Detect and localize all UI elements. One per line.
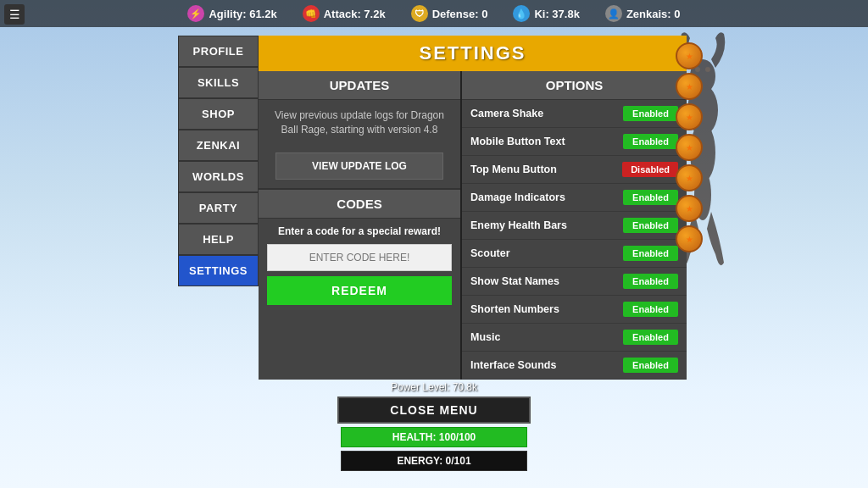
codes-section: CODES Enter a code for a special reward!… — [259, 190, 460, 312]
sidebar: PROFILE SKILLS SHOP ZENKAI WORLDS PARTY … — [178, 36, 259, 380]
bottom-area: Power Level: 70.8k CLOSE MENU HEALTH: 10… — [0, 381, 868, 471]
option-badge-enemy-health-bars[interactable]: Enabled — [623, 218, 678, 233]
option-label-interface-sounds: Interface Sounds — [470, 359, 556, 371]
option-enemy-health-bars: Enemy Health Bars Enabled — [462, 212, 687, 240]
option-label-damage-indicators: Damage Indicators — [470, 191, 565, 203]
option-damage-indicators: Damage Indicators Enabled — [462, 184, 687, 212]
codes-title: CODES — [259, 190, 460, 219]
power-level-text: Power Level: 70.8k — [391, 381, 477, 393]
option-badge-shorten-numbers[interactable]: Enabled — [623, 302, 678, 317]
stat-zenkai: 👤 Zenkais: 0 — [605, 5, 681, 22]
updates-section: UPDATES View previous update logs for Dr… — [259, 71, 460, 190]
option-label-show-stat-names: Show Stat Names — [470, 275, 559, 287]
sidebar-item-settings[interactable]: SETTINGS — [178, 255, 259, 286]
agility-value: Agility: 61.2k — [209, 8, 276, 20]
content-panels: UPDATES View previous update logs for Dr… — [259, 71, 687, 380]
sidebar-item-shop[interactable]: SHOP — [178, 98, 259, 130]
option-badge-damage-indicators[interactable]: Enabled — [623, 190, 678, 205]
option-label-top-menu-button: Top Menu Button — [470, 164, 557, 175]
settings-panel: SETTINGS UPDATES View previous update lo… — [259, 36, 687, 380]
option-camera-shake: Camera Shake Enabled — [462, 100, 687, 128]
option-badge-camera-shake[interactable]: Enabled — [623, 106, 678, 121]
updates-description: View previous update logs for Dragon Bal… — [259, 100, 460, 146]
option-badge-music[interactable]: Enabled — [623, 330, 678, 345]
options-title: OPTIONS — [462, 71, 687, 100]
agility-icon: ⚡ — [187, 5, 204, 22]
attack-value: Attack: 7.2k — [324, 8, 386, 20]
option-top-menu-button: Top Menu Button Disabled — [462, 156, 687, 184]
dragon-ball-6 — [676, 195, 703, 222]
option-shorten-numbers: Shorten Numbers Enabled — [462, 296, 687, 324]
option-badge-mobile-button-text[interactable]: Enabled — [623, 134, 678, 149]
dragon-ball-7 — [676, 225, 703, 252]
stat-agility: ⚡ Agility: 61.2k — [187, 5, 276, 22]
option-music: Music Enabled — [462, 324, 687, 352]
code-input[interactable] — [267, 244, 452, 271]
option-label-camera-shake: Camera Shake — [470, 108, 543, 119]
option-label-shorten-numbers: Shorten Numbers — [470, 303, 559, 315]
health-bar: HEALTH: 100/100 — [341, 427, 527, 447]
option-label-enemy-health-bars: Enemy Health Bars — [470, 219, 567, 231]
hud-bar: ⚡ Agility: 61.2k 👊 Attack: 7.2k 🛡 Defens… — [0, 0, 868, 27]
codes-body: Enter a code for a special reward! REDEE… — [259, 219, 460, 312]
sidebar-item-profile[interactable]: PROFILE — [178, 36, 259, 67]
defense-icon: 🛡 — [411, 5, 428, 22]
updates-title: UPDATES — [259, 71, 460, 100]
left-panel: UPDATES View previous update logs for Dr… — [259, 71, 462, 380]
option-label-music: Music — [470, 331, 500, 343]
option-label-scouter: Scouter — [470, 247, 510, 259]
sidebar-item-help[interactable]: HELP — [178, 224, 259, 255]
option-badge-scouter[interactable]: Enabled — [623, 246, 678, 261]
stat-attack: 👊 Attack: 7.2k — [303, 5, 386, 22]
option-label-mobile-button-text: Mobile Button Text — [470, 136, 565, 147]
option-scouter: Scouter Enabled — [462, 240, 687, 268]
dragon-ball-3 — [676, 103, 703, 130]
menu-icon[interactable]: ☰ — [4, 4, 25, 25]
option-badge-interface-sounds[interactable]: Enabled — [623, 358, 678, 373]
dragon-ball-2 — [676, 73, 703, 100]
option-badge-top-menu-button[interactable]: Disabled — [622, 162, 678, 177]
ki-icon: 💧 — [513, 5, 530, 22]
option-show-stat-names: Show Stat Names Enabled — [462, 268, 687, 296]
dragon-ball-5 — [676, 164, 703, 191]
dragon-balls-decoration — [676, 42, 703, 252]
option-interface-sounds: Interface Sounds Enabled — [462, 352, 687, 380]
attack-icon: 👊 — [303, 5, 320, 22]
options-panel: OPTIONS Camera Shake Enabled Mobile Butt… — [462, 71, 687, 380]
redeem-button[interactable]: REDEEM — [267, 276, 452, 305]
close-menu-button[interactable]: CLOSE MENU — [337, 396, 530, 424]
stat-defense: 🛡 Defense: 0 — [411, 5, 488, 22]
option-mobile-button-text: Mobile Button Text Enabled — [462, 128, 687, 156]
main-menu: PROFILE SKILLS SHOP ZENKAI WORLDS PARTY … — [178, 36, 687, 380]
sidebar-item-party[interactable]: PARTY — [178, 192, 259, 224]
zenkai-icon: 👤 — [605, 5, 622, 22]
dragon-ball-1 — [676, 42, 703, 69]
zenkai-value: Zenkais: 0 — [626, 8, 681, 20]
energy-bar: ENERGY: 0/101 — [341, 451, 527, 471]
dragon-ball-4 — [676, 134, 703, 161]
option-badge-show-stat-names[interactable]: Enabled — [623, 274, 678, 289]
settings-title: SETTINGS — [259, 36, 687, 71]
sidebar-item-skills[interactable]: SKILLS — [178, 67, 259, 98]
defense-value: Defense: 0 — [432, 8, 488, 20]
sidebar-item-zenkai[interactable]: ZENKAI — [178, 130, 259, 161]
view-update-log-button[interactable]: VIEW UPDATE LOG — [275, 152, 443, 180]
stat-ki: 💧 Ki: 37.8k — [513, 5, 579, 22]
svg-point-5 — [705, 67, 710, 72]
sidebar-item-worlds[interactable]: WORLDS — [178, 161, 259, 192]
codes-description: Enter a code for a special reward! — [267, 225, 452, 237]
ki-value: Ki: 37.8k — [534, 8, 579, 20]
